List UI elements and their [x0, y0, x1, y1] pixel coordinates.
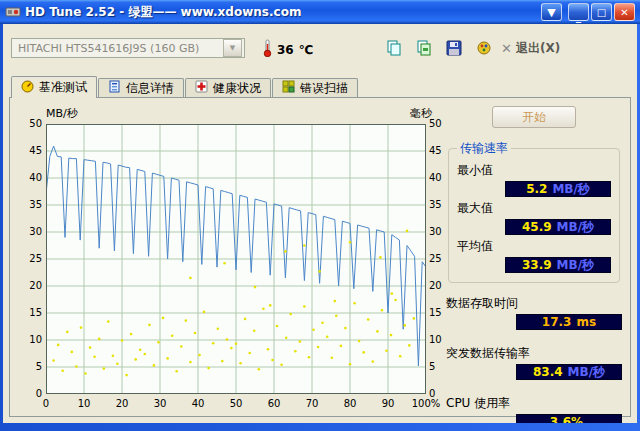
exit-label: 退出(X): [516, 40, 560, 57]
tab-error-scan[interactable]: 错误扫描: [272, 78, 358, 97]
max-value-display: 45.9 MB/秒: [505, 219, 611, 235]
options-icon[interactable]: [473, 38, 495, 58]
tab-label: 错误扫描: [300, 80, 348, 97]
title-bar: HD Tune 2.52 - 绿盟—— www.xdowns.com ▼ _ □…: [0, 0, 640, 24]
drive-select-dropdown[interactable]: HITACHI HTS541616J9S (160 GB) ▼: [11, 38, 245, 58]
tab-label: 基准测试: [39, 79, 87, 96]
axis-tick-label: 10: [64, 398, 104, 409]
cpu-usage-block: CPU 使用率 3.6%: [446, 392, 622, 423]
close-button[interactable]: ✕: [614, 3, 635, 21]
temperature-value: 36: [277, 43, 294, 57]
exit-x-icon: ✕: [501, 41, 512, 56]
thermometer-icon: [263, 39, 272, 60]
chart-plot: [46, 124, 426, 394]
health-cross-icon: [195, 80, 208, 96]
axis-tick-label: 20: [102, 398, 142, 409]
results-panel: 开始 传输速率 最小值 5.2 MB/秒 最大值 45.9 MB/秒 平均值: [446, 104, 622, 423]
axis-tick-label: 60: [254, 398, 294, 409]
maximize-button[interactable]: □: [591, 3, 612, 21]
left-axis-label: MB/秒: [46, 106, 78, 121]
axis-tick-label: 70: [292, 398, 332, 409]
axis-tick-label: 20: [16, 280, 42, 291]
max-label: 最大值: [457, 200, 611, 217]
axis-tick-label: 45: [16, 145, 42, 156]
scan-grid-icon: [282, 80, 295, 96]
group-title: 传输速率: [457, 140, 511, 157]
tab-health[interactable]: 健康状况: [185, 78, 271, 97]
avg-label: 平均值: [457, 238, 611, 255]
transfer-rate-group: 传输速率 最小值 5.2 MB/秒 最大值 45.9 MB/秒 平均值 33.9: [448, 140, 620, 283]
burst-rate-block: 突发数据传输率 83.4 MB/秒: [446, 342, 622, 383]
axis-tick-label: 100%: [406, 398, 446, 409]
cpu-usage-label: CPU 使用率: [446, 395, 622, 412]
access-time-block: 数据存取时间 17.3 ms: [446, 292, 622, 333]
tab-benchmark[interactable]: 基准测试: [11, 76, 97, 98]
axis-tick-label: 5: [16, 361, 42, 372]
axis-tick-label: 30: [16, 226, 42, 237]
access-time-display: 17.3 ms: [516, 314, 622, 330]
cpu-usage-display: 3.6%: [516, 414, 622, 423]
toolbar-icons: [383, 38, 495, 58]
hd-tune-window: HD Tune 2.52 - 绿盟—— www.xdowns.com ▼ _ □…: [0, 0, 640, 431]
min-label: 最小值: [457, 162, 611, 179]
save-icon[interactable]: [443, 38, 465, 58]
exit-button[interactable]: ✕ 退出(X): [501, 40, 560, 57]
info-icon: [108, 80, 121, 96]
temperature-display: 36 ℃: [263, 39, 313, 60]
start-button[interactable]: 开始: [492, 106, 576, 128]
minimize-button[interactable]: _: [568, 3, 589, 21]
axis-tick-label: 80: [330, 398, 370, 409]
window-title: HD Tune 2.52 - 绿盟—— www.xdowns.com: [25, 4, 301, 21]
burst-rate-label: 突发数据传输率: [446, 345, 622, 362]
benchmark-tab-page: MB/秒 毫秒 50504545404035353030252520201515…: [9, 97, 631, 417]
copy-icon[interactable]: [383, 38, 405, 58]
axis-tick-label: 15: [16, 307, 42, 318]
axis-tick-label: 0: [26, 398, 66, 409]
benchmark-chart: MB/秒 毫秒 50504545404035353030252520201515…: [16, 106, 462, 418]
download-arrow-button[interactable]: ▼: [541, 3, 562, 21]
burst-rate-display: 83.4 MB/秒: [516, 364, 622, 380]
axis-tick-label: 50: [216, 398, 256, 409]
min-value-display: 5.2 MB/秒: [505, 181, 611, 197]
avg-value-display: 33.9 MB/秒: [505, 257, 611, 273]
axis-tick-label: 35: [16, 199, 42, 210]
drive-select-value: HITACHI HTS541616J9S (160 GB): [18, 42, 199, 55]
axis-tick-label: 40: [178, 398, 218, 409]
axis-tick-label: 40: [16, 172, 42, 183]
axis-tick-label: 10: [16, 334, 42, 345]
axis-tick-label: 30: [140, 398, 180, 409]
axis-tick-label: 90: [368, 398, 408, 409]
access-time-label: 数据存取时间: [446, 295, 622, 312]
chevron-down-icon: ▼: [223, 39, 242, 57]
copy-image-icon[interactable]: [413, 38, 435, 58]
tab-label: 健康状况: [213, 80, 261, 97]
tab-bar: 基准测试 信息详情 健康状况 错误扫描: [11, 76, 359, 98]
temperature-unit: ℃: [299, 43, 314, 57]
window-body: HITACHI HTS541616J9S (160 GB) ▼ 36 ℃: [3, 24, 637, 423]
window-controls: ▼ _ □ ✕: [541, 3, 635, 21]
axis-tick-label: 25: [16, 253, 42, 264]
benchmark-icon: [21, 80, 34, 96]
tab-label: 信息详情: [126, 80, 174, 97]
toolbar: HITACHI HTS541616J9S (160 GB) ▼ 36 ℃: [11, 36, 629, 62]
tab-info[interactable]: 信息详情: [98, 78, 184, 97]
app-icon: [5, 5, 21, 19]
axis-tick-label: 50: [16, 118, 42, 129]
